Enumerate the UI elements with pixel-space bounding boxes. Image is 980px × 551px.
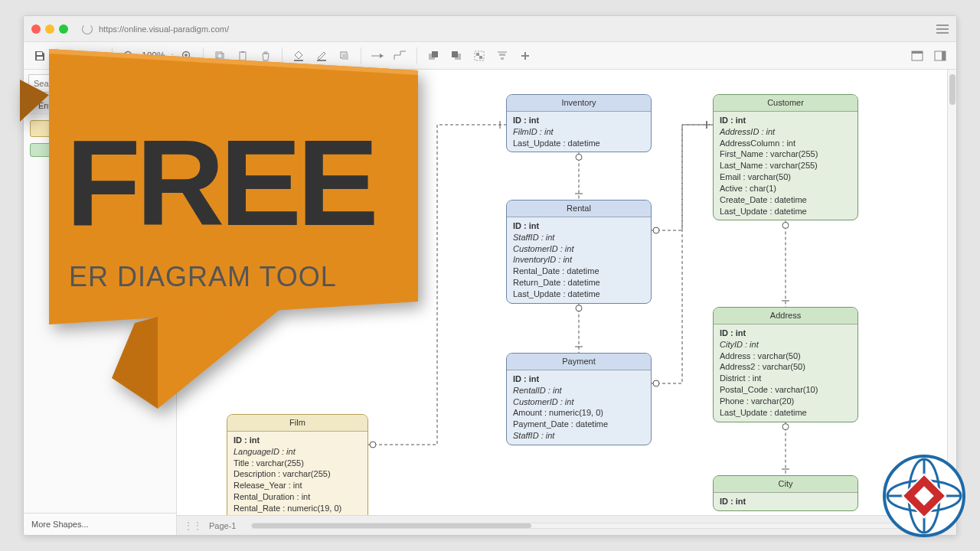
drag-handle-icon[interactable]: ⋮⋮ [183,520,201,532]
svg-rect-31 [942,51,946,60]
entity-attribute: StaffID : int [513,232,645,243]
entity-rental[interactable]: RentalID : intStaffID : intCustomerID : … [506,200,652,304]
entity-attribute: First_Name : varchar(255) [720,148,851,160]
entity-attribute: Last_Name : varchar(255) [720,160,851,171]
entity-attribute: Amount : numeric(19, 0) [513,407,645,419]
outline-panel-icon[interactable] [930,46,950,66]
entity-attribute: InventoryID : int [513,254,645,266]
entity-city[interactable]: CityID : int [713,475,858,511]
svg-marker-50 [112,317,158,409]
entity-customer[interactable]: CustomerID : intAddressID : intAddressCo… [713,94,858,220]
to-back-icon[interactable] [446,46,466,66]
more-shapes-button[interactable]: More Shapes... [24,513,176,535]
entity-attribute: Address2 : varchar(50) [720,361,851,373]
horizontal-scrollbar[interactable] [251,523,950,529]
refresh-icon[interactable] [82,24,93,34]
page-tab[interactable]: Page-1 [209,521,236,530]
svg-rect-25 [501,57,504,60]
svg-point-34 [576,154,582,160]
entity-attribute: Rental_Date : datetime [513,266,645,277]
entity-attribute: ID : int [234,435,361,446]
group-icon[interactable] [469,46,489,66]
entity-inventory[interactable]: InventoryID : intFilmID : intLast_Update… [506,94,652,152]
entity-attribute: Postal_Code : varchar(10) [720,384,851,396]
entity-attribute: Rental_Rate : numeric(19, 0) [234,503,361,514]
close-window-icon[interactable] [31,24,41,34]
svg-rect-21 [476,53,479,56]
align-icon[interactable] [492,46,512,66]
entity-attribute: Email : varchar(50) [720,171,851,183]
entity-attribute: AddressColumn : int [720,138,851,149]
entity-attribute: CityID : int [720,339,851,350]
entity-attribute: ID : int [720,496,851,507]
entity-attribute: ID : int [513,220,645,232]
svg-point-38 [653,227,659,233]
entity-attribute: Phone : varchar(20) [720,396,851,407]
entity-body: ID : intRentalID : intCustomerID : intAm… [507,370,651,445]
vertical-scrollbar[interactable] [947,70,956,515]
entity-attribute: LanguageID : int [234,446,361,458]
entity-attribute: CustomerID : int [513,396,645,408]
entity-attribute: FilmID : int [513,126,645,138]
entity-attribute: Last_Update : datetime [513,138,645,149]
entity-body: ID : intLanguageID : intTitle : varchar(… [227,432,368,515]
entity-attribute: Title : varchar(255) [234,458,361,469]
entity-attribute: Return_Date : datetime [513,277,645,289]
minimize-window-icon[interactable] [45,24,54,34]
entity-attribute: Description : varchar(255) [234,468,361,480]
entity-title: Customer [714,95,858,112]
entity-attribute: Address : varchar(50) [720,350,851,362]
visual-paradigm-logo-icon [882,454,966,540]
entity-attribute: Length : int [234,514,361,515]
entity-attribute: Release_Year : int [234,480,361,491]
entity-body: ID : int [714,493,858,510]
window-controls [31,24,68,34]
maximize-window-icon[interactable] [59,24,68,34]
entity-title: Inventory [507,95,651,112]
entity-body: ID : intStaffID : intCustomerID : intInv… [507,217,651,303]
entity-title: Payment [507,354,651,370]
entity-attribute: ID : int [513,115,645,126]
entity-title: Address [714,308,858,324]
svg-point-40 [653,380,659,386]
entity-attribute: ID : int [720,115,851,126]
svg-point-36 [576,305,582,311]
entity-body: ID : intAddressID : intAddressColumn : i… [714,112,858,220]
entity-attribute: RentalID : int [513,385,645,396]
entity-address[interactable]: AddressID : intCityID : intAddress : var… [713,307,858,422]
entity-attribute: AddressID : int [720,126,851,138]
entity-body: ID : intCityID : intAddress : varchar(50… [714,324,858,422]
hamburger-menu-icon[interactable] [936,24,949,34]
entity-attribute: Payment_Date : datetime [513,419,645,430]
entity-attribute: ID : int [720,328,851,339]
svg-point-44 [782,424,789,430]
entity-attribute: CustomerID : int [513,243,645,255]
entity-attribute: Rental_Duration : int [234,491,361,503]
url-text: https://online.visual-paradigm.com/ [99,24,930,34]
entity-title: City [714,476,858,493]
format-panel-icon[interactable] [907,46,927,66]
entity-attribute: Create_Date : datetime [720,194,851,206]
entity-attribute: Active : char(1) [720,183,851,194]
add-icon[interactable] [515,46,535,66]
banner-subtitle: ER DIAGRAM TOOL [69,261,337,292]
svg-rect-19 [452,51,458,57]
footer: ⋮⋮ Page-1 [177,515,956,535]
promo-banner: FREE ER DIAGRAM TOOL [20,49,433,434]
address-bar: https://online.visual-paradigm.com/ [24,16,956,42]
entity-attribute: District : int [720,373,851,384]
entity-title: Rental [507,201,651,217]
entity-attribute: Last_Update : datetime [720,206,851,217]
entity-body: ID : intFilmID : intLast_Update : dateti… [507,112,651,152]
svg-point-42 [782,222,789,228]
svg-marker-49 [158,309,280,409]
entity-attribute: StaffID : int [513,430,645,442]
entity-attribute: ID : int [513,373,645,385]
svg-text:FREE: FREE [66,114,374,251]
entity-payment[interactable]: PaymentID : intRentalID : intCustomerID … [506,353,652,445]
svg-marker-46 [20,80,49,122]
entity-attribute: Last_Update : datetime [513,289,645,300]
svg-rect-22 [479,56,482,59]
entity-attribute: Last_Update : datetime [720,407,851,419]
svg-rect-29 [912,51,923,54]
